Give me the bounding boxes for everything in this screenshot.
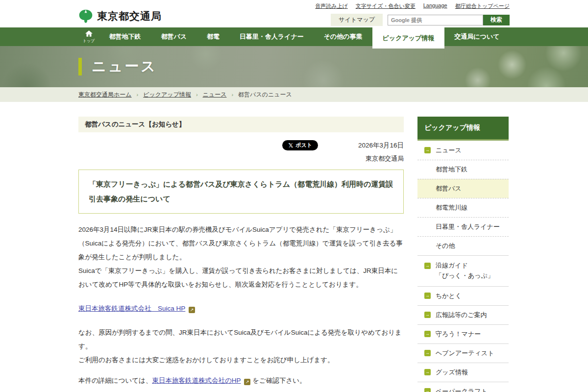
sidebar-item-label: 都電荒川線: [436, 203, 467, 212]
nav-item-toden[interactable]: 都電: [196, 27, 229, 46]
sidebar-item-label: 守ろう！マナー: [436, 330, 481, 339]
sidebar-item-papercraft[interactable]: → ペーパークラフト: [417, 382, 509, 392]
sidebar-item-other[interactable]: その他: [417, 236, 509, 255]
chevron-right-icon: ›: [196, 92, 198, 98]
arrow-right-icon: →: [424, 263, 431, 269]
breadcrumb-home[interactable]: 東京都交通局ホーム: [78, 91, 132, 99]
x-post-label: ポスト: [295, 142, 312, 149]
sidebar-item-toden-arakawa[interactable]: 都電荒川線: [417, 198, 509, 217]
pickup-sidebar: ピックアップ情報 → ニュース 都営地下鉄 都営バス 都電荒川線 日暮里・舎人ラ…: [417, 117, 509, 392]
search-button[interactable]: 検索: [483, 15, 510, 25]
breadcrumb: 東京都交通局ホーム › ピックアップ情報 › ニュース › 都営バスのニュース: [78, 87, 510, 102]
sidebar-item-ensen-guide[interactable]: → 沿線ガイド 「ぴっく・あっぷ」: [417, 255, 509, 286]
paragraph-1-line-2: Suicaで「東京フリーきっぷ」を購入し、運賃が誤って引き去られたお客さまに対し…: [78, 267, 398, 288]
sidebar-item-subway[interactable]: 都営地下鉄: [417, 160, 509, 179]
breadcrumb-pickup[interactable]: ピックアップ情報: [143, 91, 191, 99]
banner-accent-bar: [78, 58, 82, 75]
nav-item-bus[interactable]: 都営バス: [151, 27, 197, 46]
site-logo-text: 東京都交通局: [97, 9, 162, 23]
tokyo-ginkgo-logo-icon: [78, 9, 93, 24]
sidebar-item-label: ちかとく: [436, 292, 462, 300]
site-logo[interactable]: 東京都交通局: [78, 0, 162, 27]
page-banner: ニュース: [0, 46, 588, 87]
home-icon: [85, 30, 93, 38]
breadcrumb-news[interactable]: ニュース: [203, 91, 227, 99]
paragraph-3-suffix: をご確認下さい。: [252, 377, 306, 384]
utility-link-language[interactable]: Language: [423, 2, 447, 10]
page-title: ニュース: [92, 57, 157, 76]
sidebar-item-bus-current[interactable]: 都営バス: [417, 179, 509, 198]
x-logo-icon: 𝕏: [288, 142, 293, 149]
article-meta-row: 𝕏 ポスト 2026年3月16日: [78, 140, 404, 150]
x-post-button[interactable]: 𝕏 ポスト: [282, 140, 318, 150]
article-headline: 「東京フリーきっぷ」による都営バス及び東京さくらトラム（都電荒川線）利用時の運賃…: [78, 170, 404, 214]
nav-item-pickup-info[interactable]: ピックアップ情報: [372, 27, 444, 49]
sidebar-item-label: その他: [436, 242, 455, 250]
sidebar-item-label-line2: 「ぴっく・あっぷ」: [436, 272, 494, 279]
sidebar-item-label: 都営バス: [436, 184, 462, 193]
sidebar-item-goods[interactable]: → グッズ情報: [417, 363, 509, 382]
article-main: 都営バスのニュース【お知らせ】 𝕏 ポスト 2026年3月16日 東京都交通局 …: [78, 117, 404, 392]
arrow-right-icon: →: [424, 350, 431, 356]
utility-link-metro-top[interactable]: 都庁総合トップページ: [455, 2, 510, 10]
site-header: 東京都交通局 音声読み上げ 文字サイズ・色合い変更 Language 都庁総合ト…: [0, 0, 588, 27]
nav-item-other-business[interactable]: その他の事業: [314, 27, 372, 46]
article-paragraph-3: 本件の詳細については、東日本旅客鉄道株式会社のHP↗ をご確認下さい。: [78, 374, 404, 388]
sidebar-item-manner[interactable]: → 守ろう！マナー: [417, 324, 509, 343]
global-nav: トップ 都営地下鉄 都営バス 都電 日暮里・舎人ライナー その他の事業 ピックア…: [0, 27, 588, 46]
nav-item-subway[interactable]: 都営地下鉄: [99, 27, 151, 46]
sidebar-item-heaven-artist[interactable]: → ヘブンアーティスト: [417, 343, 509, 363]
arrow-right-icon: →: [424, 369, 431, 375]
section-title: 都営バスのニュース【お知らせ】: [78, 117, 404, 132]
breadcrumb-bar: 東京都交通局ホーム › ピックアップ情報 › ニュース › 都営バスのニュース: [0, 87, 588, 102]
nav-item-about-bureau[interactable]: 交通局について: [444, 27, 510, 46]
sitemap-button[interactable]: サイトマップ: [331, 14, 383, 26]
sidebar-item-nippori-toneri[interactable]: 日暮里・舎人ライナー: [417, 217, 509, 236]
search-area: サイトマップ 検索: [331, 14, 510, 26]
sidebar-item-label: 広報誌等のご案内: [436, 311, 487, 319]
arrow-right-icon: →: [424, 147, 431, 153]
utility-link-textsize[interactable]: 文字サイズ・色合い変更: [356, 2, 416, 10]
article-paragraph-2: なお、原因が判明するまでの間、JR東日本においてSuica及びモバイルSuica…: [78, 326, 404, 367]
sidebar-item-label: 都営地下鉄: [436, 165, 467, 174]
chevron-right-icon: ›: [231, 92, 233, 98]
sidebar-item-kouhoushi[interactable]: → 広報誌等のご案内: [417, 305, 509, 324]
jr-east-suica-hp-link[interactable]: 東日本旅客鉄道株式会社 Suica HP: [78, 305, 185, 312]
article-author: 東京都交通局: [78, 154, 404, 163]
arrow-right-icon: →: [424, 312, 431, 318]
nav-item-nippori-toneri[interactable]: 日暮里・舎人ライナー: [229, 27, 314, 46]
article-paragraph-1: 2026年3月14日以降にJR東日本の駅の券売機及びモバイルSuicaアプリで発…: [78, 223, 404, 292]
sidebar-item-label: ペーパークラフト: [436, 387, 488, 392]
sidebar-item-label: 沿線ガイド: [436, 262, 468, 269]
jr-east-hp-link[interactable]: 東日本旅客鉄道株式会社のHP: [152, 377, 241, 384]
search-input[interactable]: [388, 15, 483, 25]
sidebar-item-label: グッズ情報: [436, 368, 468, 377]
external-link-icon: ↗: [189, 307, 195, 313]
arrow-right-icon: →: [424, 293, 431, 299]
sidebar-item-chikatoku[interactable]: → ちかとく: [417, 286, 509, 305]
sidebar-item-label: ヘブンアーティスト: [436, 349, 494, 358]
arrow-right-icon: →: [424, 331, 431, 337]
breadcrumb-current: 都営バスのニュース: [238, 91, 292, 99]
nav-home-label: トップ: [83, 38, 95, 44]
paragraph-2-line-2: ご利用のお客さまには大変ご迷惑をおかけしておりますことをお詫び申し上げます。: [78, 356, 334, 364]
utility-link-voice[interactable]: 音声読み上げ: [315, 2, 348, 10]
sidebar-item-news[interactable]: → ニュース: [417, 141, 509, 160]
sidebar-title: ピックアップ情報: [417, 117, 509, 141]
chevron-right-icon: ›: [137, 92, 139, 98]
sidebar-item-label: 日暮里・舎人ライナー: [436, 222, 500, 231]
paragraph-1-line-1: 2026年3月14日以降にJR東日本の駅の券売機及びモバイルSuicaアプリで発…: [78, 226, 403, 261]
sidebar-item-label: ニュース: [436, 146, 462, 155]
article-date: 2026年3月16日: [358, 141, 404, 150]
arrow-right-icon: →: [424, 388, 431, 392]
utility-links: 音声読み上げ 文字サイズ・色合い変更 Language 都庁総合トップページ: [315, 2, 510, 10]
nav-home-tab[interactable]: トップ: [78, 27, 99, 46]
paragraph-3-prefix: 本件の詳細については、: [78, 377, 152, 384]
suica-hp-link-line: 東日本旅客鉄道株式会社 Suica HP↗: [78, 304, 404, 313]
paragraph-2-line-1: なお、原因が判明するまでの間、JR東日本においてSuica及びモバイルSuica…: [78, 329, 402, 350]
external-link-icon: ↗: [244, 379, 250, 385]
